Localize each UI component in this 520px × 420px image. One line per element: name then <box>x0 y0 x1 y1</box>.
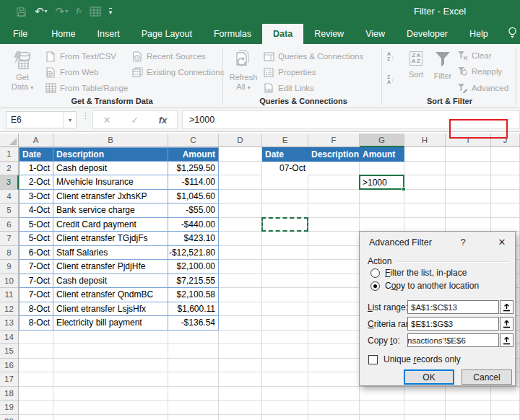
cell-C5[interactable]: -$55.00 <box>168 204 219 218</box>
cell-B5[interactable]: Bank service charge <box>53 204 168 218</box>
cell-F1[interactable]: Description <box>308 147 360 162</box>
tell-me-box[interactable]: Tell me what y <box>499 24 520 44</box>
cell-A13[interactable]: 8-Oct <box>19 316 53 331</box>
redo-button[interactable]: ↷▾ <box>56 4 69 19</box>
column-header-H[interactable]: H <box>404 134 446 147</box>
undo-dropdown-icon[interactable]: ▾ <box>45 4 48 19</box>
copy-to-collapse-button[interactable] <box>500 333 514 347</box>
queries-connections-button[interactable]: Queries & Connections <box>263 51 363 62</box>
cell-A5[interactable]: 4-Oct <box>19 204 53 218</box>
cell-A9[interactable]: 7-Oct <box>19 260 53 274</box>
recent-sources-button[interactable]: Recent Sources <box>131 51 206 62</box>
column-header-J[interactable]: J <box>491 134 520 147</box>
list-range-input[interactable]: $A$1:$C$13 <box>407 300 499 314</box>
cell-B7[interactable]: Client etransfer TGjdjFs <box>53 232 168 246</box>
clear-filter-button[interactable]: Clear <box>456 50 491 61</box>
column-header-D[interactable]: D <box>219 134 262 147</box>
row-header-9[interactable]: 9 <box>0 260 19 274</box>
row-header-20[interactable]: 20 <box>0 415 19 420</box>
name-box-dropdown-icon[interactable]: ▾ <box>63 112 72 128</box>
column-header-A[interactable]: A <box>19 134 53 147</box>
cancel-entry-icon[interactable]: ✕ <box>103 115 111 126</box>
row-header-8[interactable]: 8 <box>0 246 19 261</box>
properties-button[interactable]: Properties <box>263 66 316 78</box>
row-header-1[interactable]: 1 <box>0 147 19 162</box>
row-header-14[interactable]: 14 <box>0 331 19 345</box>
get-data-button[interactable]: Get Data ▾ <box>6 48 39 92</box>
insert-function-icon[interactable]: fx <box>76 4 82 19</box>
cell-B6[interactable]: Credit Card payment <box>53 218 168 232</box>
cell-C3[interactable]: -$114.00 <box>168 175 219 190</box>
checkbox-icon[interactable] <box>368 355 378 364</box>
row-header-19[interactable]: 19 <box>0 401 19 415</box>
cell-C8[interactable]: -$12,521.80 <box>168 246 219 261</box>
column-header-G[interactable]: G <box>360 134 404 147</box>
row-header-17[interactable]: 17 <box>0 372 19 387</box>
cell-C7[interactable]: $423.10 <box>168 232 219 246</box>
row-header-10[interactable]: 10 <box>0 274 19 289</box>
cell-A7[interactable]: 5-Oct <box>19 232 53 246</box>
cell-A6[interactable]: 5-Oct <box>19 218 53 232</box>
criteria-range-collapse-button[interactable] <box>500 317 514 331</box>
cell-B12[interactable]: Client etransfer LsjsHfx <box>53 302 168 317</box>
cell-B13[interactable]: Electricity bill payment <box>53 316 168 331</box>
row-header-18[interactable]: 18 <box>0 387 19 401</box>
tab-data[interactable]: Data <box>262 24 303 44</box>
dialog-help-button[interactable]: ? <box>457 237 469 248</box>
insert-function-fx-icon[interactable]: fx <box>159 115 168 126</box>
row-header-11[interactable]: 11 <box>0 288 19 302</box>
cell-B11[interactable]: Client etransfer QndmBC <box>53 288 168 302</box>
column-header-B[interactable]: B <box>53 134 168 147</box>
tab-insert[interactable]: Insert <box>87 24 131 44</box>
tab-developer[interactable]: Developer <box>396 24 459 44</box>
cell-C11[interactable]: $2,100.58 <box>168 288 219 302</box>
from-web-button[interactable]: From Web <box>45 66 98 78</box>
cell-E2[interactable]: 07-Oct <box>262 162 308 176</box>
cell-G1[interactable]: Amount <box>360 147 404 162</box>
cell-C2[interactable]: $1,259.50 <box>168 162 219 176</box>
criteria-range-input[interactable]: $E$1:$G$3 <box>407 317 499 331</box>
cell-A3[interactable]: 2-Oct <box>19 175 53 190</box>
row-header-13[interactable]: 13 <box>0 316 19 331</box>
existing-connections-button[interactable]: Existing Connections <box>131 66 224 78</box>
radio-copy-to-location[interactable]: Copy to another location <box>370 281 479 291</box>
copy-to-input[interactable]: nsactions'!$E$6 <box>407 333 499 347</box>
tab-page-layout[interactable]: Page Layout <box>131 24 203 44</box>
cancel-button[interactable]: Cancel <box>462 369 512 385</box>
formula-input[interactable]: >1000 <box>182 110 520 129</box>
row-header-3[interactable]: 3 <box>0 175 19 190</box>
tab-help[interactable]: Help <box>459 24 499 44</box>
cell-A11[interactable]: 7-Oct <box>19 288 53 302</box>
sort-descending-button[interactable]: ZA↓ <box>387 74 394 84</box>
column-header-C[interactable]: C <box>168 134 219 147</box>
cell-C1[interactable]: Amount <box>168 147 219 162</box>
table-icon[interactable] <box>90 4 101 19</box>
tab-review[interactable]: Review <box>303 24 355 44</box>
cell-B8[interactable]: Staff Salaries <box>53 246 168 261</box>
column-header-I[interactable]: I <box>446 134 491 147</box>
reapply-filter-button[interactable]: Reapply <box>456 66 502 77</box>
ok-button[interactable]: OK <box>404 369 454 385</box>
row-header-7[interactable]: 7 <box>0 232 19 246</box>
advanced-filter-button[interactable]: Advanced <box>456 82 508 94</box>
radio-filter-in-place[interactable]: Filter the list, in-place <box>370 268 467 278</box>
cell-B9[interactable]: Client etransfer PjdjHfe <box>53 260 168 274</box>
cell-A4[interactable]: 3-Oct <box>19 190 53 204</box>
sort-ascending-button[interactable]: AZ↓ <box>387 51 394 61</box>
confirm-entry-icon[interactable]: ✓ <box>131 115 139 126</box>
sort-button[interactable]: ZAAZ Sort <box>402 48 430 79</box>
customize-qat-icon[interactable]: ▾ <box>109 8 113 16</box>
radio-circle-icon[interactable] <box>370 268 380 278</box>
dialog-close-button[interactable]: ✕ <box>494 235 510 250</box>
refresh-all-button[interactable]: Refresh All ▾ <box>227 48 260 92</box>
cell-C13[interactable]: -$136.54 <box>168 316 219 331</box>
row-header-5[interactable]: 5 <box>0 204 19 218</box>
cell-A1[interactable]: Date <box>19 147 53 162</box>
cell-B10[interactable]: Cash deposit <box>53 274 168 289</box>
tab-view[interactable]: View <box>355 24 396 44</box>
radio-selected-icon[interactable] <box>370 281 380 291</box>
row-header-16[interactable]: 16 <box>0 359 19 373</box>
row-header-4[interactable]: 4 <box>0 190 19 204</box>
row-header-15[interactable]: 15 <box>0 344 19 359</box>
cell-C12[interactable]: $1,600.11 <box>168 302 219 317</box>
